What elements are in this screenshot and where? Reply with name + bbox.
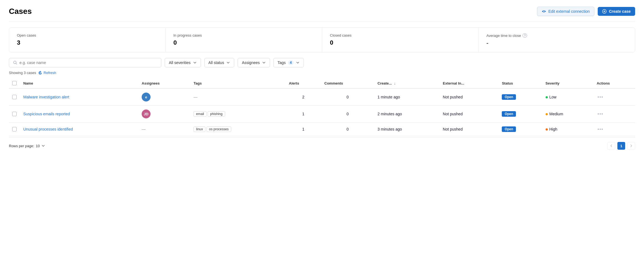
chevron-down-icon — [193, 61, 197, 65]
assignees-empty: — — [142, 127, 146, 131]
open-cases-label: Open cases — [17, 33, 158, 37]
severity-label: Medium — [549, 112, 563, 116]
chevron-down-icon — [296, 61, 300, 65]
status-badge: Open — [502, 111, 516, 117]
comments-count: 0 — [321, 123, 374, 136]
severity-label: Low — [549, 95, 557, 99]
refresh-button[interactable]: Refresh — [38, 71, 56, 75]
external-in: Not pushed — [439, 88, 498, 106]
avatar: JD — [142, 110, 151, 118]
chevron-down-icon — [42, 144, 45, 147]
stats-row: Open cases 3 In progress cases 0 Closed … — [9, 27, 635, 52]
chevron-right-icon — [630, 144, 633, 147]
avg-time-label: Average time to close ? — [487, 33, 627, 38]
table-row: Malware investigation alerte—201 minute … — [9, 88, 635, 106]
severities-dropdown[interactable]: All severities — [165, 58, 201, 67]
status-badge: Open — [502, 94, 516, 100]
tags-dropdown[interactable]: Tags 4 — [273, 58, 304, 67]
alerts-count: 2 — [286, 88, 321, 106]
created-time: 3 minutes ago — [374, 123, 439, 136]
in-progress-label: In progress cases — [174, 33, 314, 37]
edit-external-connection-button[interactable]: Edit external connection — [537, 7, 594, 16]
page-title: Cases — [9, 7, 32, 16]
avg-time-stat: Average time to close ? - — [479, 28, 635, 52]
case-name[interactable]: Malware investigation alert — [23, 95, 69, 99]
tag: phishing — [208, 111, 225, 117]
avg-time-value: - — [487, 39, 627, 47]
col-tags: Tags — [190, 78, 286, 88]
created-time: 2 minutes ago — [374, 106, 439, 123]
col-external-in: External In... — [439, 78, 498, 88]
open-cases-stat: Open cases 3 — [9, 28, 166, 52]
severity-dot — [546, 128, 548, 131]
table-row: Suspicious emails reportedJDemailphishin… — [9, 106, 635, 123]
case-name[interactable]: Suspicious emails reported — [23, 112, 70, 116]
row-checkbox[interactable] — [12, 95, 17, 99]
col-created[interactable]: Create... ↓ — [374, 78, 439, 88]
comments-count: 0 — [321, 106, 374, 123]
sort-icon: ↓ — [394, 81, 396, 85]
col-alerts: Alerts — [286, 78, 321, 88]
status-label: All status — [208, 60, 224, 65]
showing-text: Showing 3 cases — [9, 71, 36, 75]
alerts-count: 1 — [286, 106, 321, 123]
actions-menu-button[interactable] — [597, 128, 632, 131]
assignees-label: Assignees — [242, 60, 260, 65]
next-page-button[interactable] — [627, 142, 635, 150]
status-badge: Open — [502, 126, 516, 132]
in-progress-value: 0 — [174, 39, 314, 46]
refresh-label: Refresh — [44, 71, 56, 75]
actions-menu-button[interactable] — [597, 112, 632, 116]
rows-per-page-selector[interactable]: Rows per page: 10 — [9, 144, 45, 148]
plus-icon — [602, 9, 607, 14]
chevron-left-icon — [610, 144, 613, 147]
tag: linux — [194, 126, 205, 132]
closed-cases-stat: Closed cases 0 — [322, 28, 479, 52]
tags-label: Tags — [278, 60, 286, 65]
case-name[interactable]: Unusual processes identified — [23, 127, 73, 131]
comments-count: 0 — [321, 88, 374, 106]
tags-count-badge: 4 — [288, 60, 294, 65]
severities-label: All severities — [169, 60, 191, 65]
row-checkbox[interactable] — [12, 127, 17, 131]
filters-row: All severities All status Assignees Tags… — [9, 58, 635, 67]
col-status: Status — [498, 78, 542, 88]
search-box[interactable] — [9, 58, 161, 67]
col-assignees: Assignees — [138, 78, 190, 88]
search-icon — [13, 60, 17, 65]
refresh-icon — [38, 71, 42, 75]
rows-per-page-value: 10 — [36, 144, 40, 148]
connection-icon — [542, 9, 546, 14]
rows-per-page-label: Rows per page: — [9, 144, 34, 148]
col-name: Name — [20, 78, 138, 88]
select-all-checkbox[interactable] — [12, 81, 17, 85]
in-progress-stat: In progress cases 0 — [166, 28, 322, 52]
severity-label: High — [549, 127, 558, 131]
assignees-dropdown[interactable]: Assignees — [238, 58, 270, 67]
prev-page-button[interactable] — [607, 142, 615, 150]
create-case-label: Create case — [609, 9, 631, 14]
alerts-count: 1 — [286, 123, 321, 136]
actions-menu-button[interactable] — [597, 95, 632, 99]
edit-connection-label: Edit external connection — [548, 9, 590, 14]
open-cases-value: 3 — [17, 39, 158, 46]
page-1-button[interactable]: 1 — [617, 142, 625, 150]
closed-value: 0 — [330, 39, 471, 46]
avatar: e — [142, 93, 151, 101]
create-case-button[interactable]: Create case — [598, 7, 635, 16]
col-severity: Severity — [542, 78, 594, 88]
tags-empty: — — [194, 95, 197, 99]
chevron-down-icon — [262, 61, 266, 65]
search-input[interactable] — [19, 60, 157, 65]
table-footer: Rows per page: 10 1 — [9, 137, 635, 154]
showing-row: Showing 3 cases Refresh — [9, 71, 635, 75]
pagination: 1 — [607, 142, 635, 150]
col-actions: Actions — [593, 78, 635, 88]
external-in: Not pushed — [439, 106, 498, 123]
status-dropdown[interactable]: All status — [204, 58, 235, 67]
cases-table: Name Assignees Tags Alerts Comments Crea… — [9, 78, 635, 136]
created-time: 1 minute ago — [374, 88, 439, 106]
chevron-down-icon — [226, 61, 230, 65]
row-checkbox[interactable] — [12, 112, 17, 116]
avg-time-info-icon[interactable]: ? — [523, 33, 527, 38]
